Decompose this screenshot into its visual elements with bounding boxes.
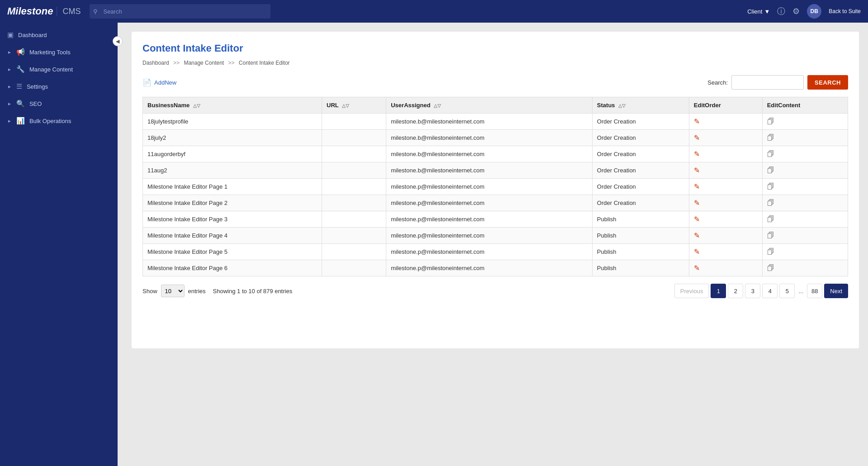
sort-arrows-icon: △▽ (618, 103, 626, 108)
edit-content-icon[interactable]: 🗍 (767, 150, 774, 158)
edit-order-icon[interactable]: ✎ (694, 264, 700, 272)
gear-icon[interactable]: ⚙ (792, 6, 800, 16)
arrow-icon: ► (7, 67, 12, 72)
cell-url (322, 146, 386, 162)
search-icon: ⚲ (93, 8, 98, 15)
edit-order-icon[interactable]: ✎ (694, 150, 700, 158)
back-to-suite-link[interactable]: Back to Suite (829, 8, 861, 14)
sidebar-item-settings[interactable]: ► ☰ Settings (0, 78, 118, 95)
cell-status: Order Creation (592, 146, 689, 162)
table-search-input[interactable] (731, 75, 804, 90)
breadcrumb-part-2: Content Intake Editor (239, 60, 290, 66)
table-row: 18julytestprofilemilestone.b@milestonein… (143, 114, 848, 130)
cell-user-assigned: milestone.p@milestoneinternet.com (386, 228, 593, 244)
cell-user-assigned: milestone.b@milestoneinternet.com (386, 146, 593, 162)
cell-edit-content: 🗍 (762, 211, 848, 228)
cell-status: Order Creation (592, 130, 689, 146)
prev-button[interactable]: Previous (674, 284, 709, 298)
edit-content-icon[interactable]: 🗍 (767, 199, 774, 207)
search-icon: 🔍 (16, 100, 25, 108)
cell-edit-content: 🗍 (762, 146, 848, 162)
edit-order-icon[interactable]: ✎ (694, 248, 700, 256)
page-button-5[interactable]: 5 (779, 284, 795, 298)
col-edit-order: EditOrder (689, 97, 762, 114)
sort-arrows-icon: △▽ (193, 103, 200, 108)
cell-user-assigned: milestone.b@milestoneinternet.com (386, 162, 593, 179)
table-row: 11augorderbyfmilestone.b@milestoneintern… (143, 146, 848, 162)
logo[interactable]: Milestone CMS (7, 5, 81, 17)
edit-content-icon[interactable]: 🗍 (767, 232, 774, 239)
edit-content-icon[interactable]: 🗍 (767, 118, 774, 125)
edit-order-icon[interactable]: ✎ (694, 183, 700, 190)
edit-content-icon[interactable]: 🗍 (767, 248, 774, 256)
page-button-3[interactable]: 3 (745, 284, 760, 298)
breadcrumb-part-0[interactable]: Dashboard (142, 60, 169, 66)
cell-business-name: 18julytestprofile (143, 114, 322, 130)
page-button-2[interactable]: 2 (728, 284, 743, 298)
table-row: Milestone Intake Editor Page 2milestone.… (143, 195, 848, 211)
edit-order-icon[interactable]: ✎ (694, 166, 700, 174)
breadcrumb-part-1[interactable]: Manage Content (184, 60, 224, 66)
edit-order-icon[interactable]: ✎ (694, 232, 700, 239)
cell-edit-content: 🗍 (762, 244, 848, 260)
cell-edit-order: ✎ (689, 260, 762, 276)
edit-content-icon[interactable]: 🗍 (767, 166, 774, 174)
edit-content-icon[interactable]: 🗍 (767, 264, 774, 272)
add-new-button[interactable]: 📄 AddNew (142, 78, 176, 87)
edit-order-icon[interactable]: ✎ (694, 199, 700, 207)
avatar[interactable]: DB (807, 4, 821, 19)
col-business-name[interactable]: BusinessName △▽ (143, 97, 322, 114)
sidebar-item-dashboard[interactable]: ▣ Dashboard (0, 26, 118, 43)
page-button-last[interactable]: 88 (807, 284, 822, 298)
search-label: Search: (707, 79, 728, 86)
sidebar-item-marketing-tools[interactable]: ► 📢 Marketing Tools (0, 43, 118, 61)
edit-order-icon[interactable]: ✎ (694, 118, 700, 125)
col-status[interactable]: Status △▽ (592, 97, 689, 114)
col-url[interactable]: URL △▽ (322, 97, 386, 114)
cell-edit-order: ✎ (689, 228, 762, 244)
entries-select[interactable]: 10 25 50 100 (161, 285, 185, 297)
cell-business-name: 11augorderbyf (143, 146, 322, 162)
topnav-right: Client ▼ ⓘ ⚙ DB Back to Suite (747, 4, 861, 19)
sidebar-item-bulk-operations[interactable]: ► 📊 Bulk Operations (0, 112, 118, 129)
edit-content-icon[interactable]: 🗍 (767, 215, 774, 223)
next-button[interactable]: Next (824, 284, 848, 298)
edit-order-icon[interactable]: ✎ (694, 215, 700, 223)
edit-content-icon[interactable]: 🗍 (767, 183, 774, 190)
sidebar-item-label: Bulk Operations (29, 118, 71, 124)
client-label: Client (747, 8, 762, 15)
edit-order-icon[interactable]: ✎ (694, 134, 700, 142)
page-button-1[interactable]: 1 (711, 284, 726, 298)
arrow-icon: ► (7, 119, 12, 124)
breadcrumb-sep-0: >> (173, 60, 180, 66)
cell-edit-order: ✎ (689, 146, 762, 162)
cell-business-name: Milestone Intake Editor Page 5 (143, 244, 322, 260)
sidebar-item-manage-content[interactable]: ► 🔧 Manage Content (0, 61, 118, 78)
page-title: Content Intake Editor (142, 43, 848, 54)
cell-user-assigned: milestone.p@milestoneinternet.com (386, 211, 593, 228)
cell-status: Publish (592, 228, 689, 244)
table-row: Milestone Intake Editor Page 5milestone.… (143, 244, 848, 260)
edit-content-icon[interactable]: 🗍 (767, 134, 774, 142)
cell-url (322, 260, 386, 276)
topnav-search-input[interactable] (90, 4, 270, 19)
cell-url (322, 130, 386, 146)
search-button[interactable]: SEARCH (807, 75, 848, 90)
wrench-icon: 🔧 (16, 65, 25, 73)
sidebar-collapse-button[interactable]: ◀ (113, 36, 123, 46)
cell-edit-order: ✎ (689, 244, 762, 260)
topnav-search-wrap: ⚲ (90, 4, 270, 19)
page-button-4[interactable]: 4 (762, 284, 778, 298)
cell-edit-order: ✎ (689, 130, 762, 146)
cell-user-assigned: milestone.b@milestoneinternet.com (386, 114, 593, 130)
table-body: 18julytestprofilemilestone.b@milestonein… (143, 114, 848, 276)
cell-edit-order: ✎ (689, 179, 762, 195)
client-selector[interactable]: Client ▼ (747, 8, 770, 15)
cell-status: Order Creation (592, 162, 689, 179)
pagination-area: Show 10 25 50 100 entries Showing 1 to 1… (142, 284, 848, 298)
grid-icon: ▣ (7, 31, 14, 39)
sidebar: ▣ Dashboard ► 📢 Marketing Tools ► 🔧 Mana… (0, 23, 118, 466)
col-user-assigned[interactable]: UserAssigned △▽ (386, 97, 593, 114)
help-icon[interactable]: ⓘ (777, 6, 785, 17)
sidebar-item-seo[interactable]: ► 🔍 SEO (0, 95, 118, 112)
